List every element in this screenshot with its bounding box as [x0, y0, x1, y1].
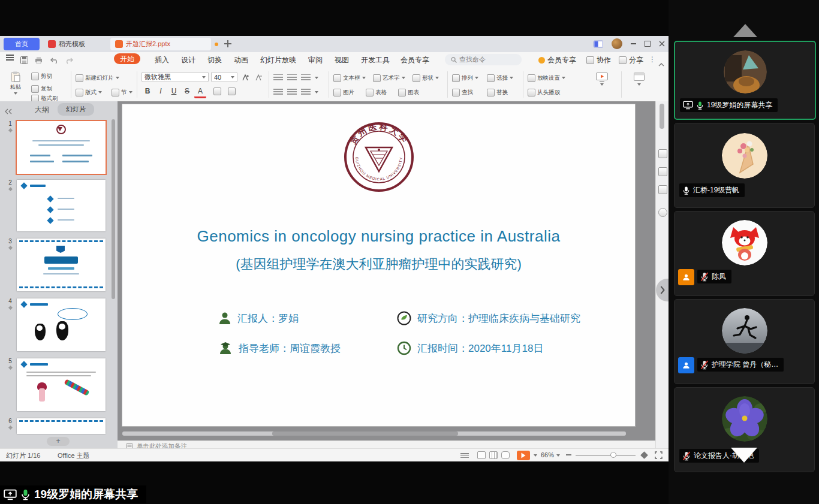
play-slideshow-button[interactable] — [517, 451, 530, 460]
table-button[interactable]: 表格 — [366, 87, 387, 98]
notes-toggle-icon[interactable] — [460, 453, 469, 458]
user-avatar[interactable] — [612, 38, 622, 49]
command-search-input[interactable]: 查找命令 — [445, 54, 522, 65]
find-button[interactable]: 查找 — [452, 87, 473, 98]
collapse-panel-icon[interactable] — [5, 106, 12, 117]
bullet-list-icon[interactable] — [273, 73, 318, 83]
zoom-caret[interactable] — [556, 454, 560, 457]
reading-view-icon[interactable] — [501, 451, 510, 459]
cut-button[interactable]: 剪切 — [31, 71, 52, 82]
select-button[interactable]: 选择 — [487, 73, 513, 83]
menu-review[interactable]: 审阅 — [308, 55, 323, 65]
menu-start[interactable]: 开始 — [114, 54, 140, 64]
replace-button[interactable]: 替换 — [487, 87, 508, 98]
zoom-level[interactable]: 66% — [541, 451, 554, 458]
participant-tile-2[interactable]: 汇桥-19级曹帆 — [674, 123, 815, 208]
help-icon[interactable] — [658, 208, 667, 217]
tab-home[interactable]: 首页 — [4, 38, 40, 50]
next-slide-button[interactable] — [656, 279, 669, 301]
reading-mode-icon[interactable] — [594, 40, 603, 48]
font-name-select[interactable]: 微软雅黑 — [141, 72, 209, 82]
paste-button[interactable]: 粘贴 — [5, 71, 26, 95]
grow-font-icon[interactable] — [240, 72, 252, 83]
section-button[interactable]: 节 — [112, 87, 133, 98]
tab-slides[interactable]: 幻灯片 — [58, 103, 94, 116]
align-buttons[interactable] — [273, 87, 318, 98]
menu-slideshow[interactable]: 幻灯片放映 — [260, 55, 296, 65]
normal-view-icon[interactable] — [477, 451, 486, 459]
new-tab-button[interactable] — [224, 40, 231, 47]
slide-thumbnail-6[interactable] — [17, 418, 106, 434]
slide-sorter-view-icon[interactable] — [489, 451, 498, 459]
text-box-button[interactable]: 文本框 — [333, 73, 366, 83]
layout-button[interactable]: 版式 — [76, 87, 102, 98]
slide-thumbnail-3[interactable] — [17, 239, 106, 291]
bold-button[interactable]: B — [141, 86, 153, 96]
share-button[interactable]: 分享 — [619, 55, 643, 65]
horizontal-scrollbar[interactable] — [122, 431, 626, 436]
menu-transition[interactable]: 切换 — [207, 55, 222, 65]
collaborate-button[interactable]: 协作 — [586, 55, 611, 65]
char-spacing-icon[interactable] — [225, 86, 237, 96]
underline-button[interactable]: U — [168, 86, 180, 96]
italic-button[interactable]: I — [155, 86, 167, 96]
menu-design[interactable]: 设计 — [181, 55, 195, 65]
picture-button[interactable]: 图片 — [333, 87, 354, 98]
member-exclusive-button[interactable]: 会员专享 — [538, 55, 576, 65]
animation-pane-icon[interactable] — [658, 167, 667, 176]
slide-thumbnail-2[interactable] — [17, 180, 106, 231]
fullscreen-icon[interactable] — [655, 451, 663, 460]
tab-file[interactable]: 开题汇报2.pptx — [110, 38, 211, 50]
theme-name[interactable]: Office 主题 — [58, 451, 90, 460]
menu-insert[interactable]: 插入 — [155, 55, 169, 65]
highlight-icon[interactable] — [211, 86, 223, 96]
menu-member[interactable]: 会员专享 — [401, 55, 429, 65]
font-size-select[interactable]: 40 — [211, 72, 237, 82]
zoom-slider-thumb[interactable] — [610, 452, 616, 458]
participant-tile-3[interactable]: 陈凤 — [674, 211, 815, 296]
undo-icon[interactable] — [50, 56, 59, 67]
slide-thumbnail-5[interactable] — [17, 358, 106, 411]
close-button[interactable] — [657, 40, 667, 48]
zoom-out-button[interactable] — [566, 454, 571, 455]
shapes-button[interactable]: 形状 — [412, 73, 439, 83]
new-slide-button[interactable]: 新建幻灯片 — [76, 73, 119, 83]
strike-button[interactable]: S — [181, 86, 193, 96]
tab-docer[interactable]: 稻壳模板 — [43, 38, 107, 50]
participant-tile-1[interactable]: 19级罗娟的屏幕共享 — [674, 41, 816, 120]
scroll-up-button[interactable] — [733, 24, 757, 37]
slideshow-big-button[interactable] — [591, 73, 613, 86]
tools-big-button[interactable] — [628, 73, 650, 86]
play-settings-button[interactable]: 放映设置 — [528, 73, 565, 83]
font-color-button[interactable]: A — [194, 86, 206, 98]
more-menu-icon[interactable]: ⋮ — [649, 55, 656, 64]
panel-scrollbar[interactable] — [112, 119, 115, 299]
properties-icon[interactable] — [658, 149, 667, 158]
redo-icon[interactable] — [65, 56, 73, 67]
play-from-start-button[interactable]: 从头播放 — [528, 87, 560, 98]
zoom-slider-track[interactable] — [576, 455, 636, 456]
participant-tile-4[interactable]: 护理学院 曾丹（秘… — [674, 299, 815, 384]
tab-outline[interactable]: 大纲 — [35, 105, 49, 115]
scroll-down-button[interactable] — [731, 448, 757, 463]
save-icon[interactable] — [20, 56, 28, 67]
restore-button[interactable] — [643, 40, 652, 48]
horizontal-scrollbar-thumb[interactable] — [272, 431, 458, 436]
add-slide-button[interactable]: + — [47, 437, 70, 446]
slide-thumbnail-4[interactable] — [17, 298, 106, 351]
file-menu-icon[interactable] — [6, 57, 14, 58]
slide-thumbnail-1[interactable] — [17, 121, 106, 174]
object-layer-icon[interactable] — [658, 185, 667, 194]
print-icon[interactable] — [35, 56, 43, 67]
menu-animation[interactable]: 动画 — [234, 55, 248, 65]
fit-slide-icon[interactable] — [640, 451, 648, 459]
minimize-button[interactable] — [628, 40, 638, 48]
menu-devtools[interactable]: 开发工具 — [361, 55, 390, 65]
shrink-font-icon[interactable] — [253, 72, 265, 83]
play-options-caret[interactable] — [534, 454, 537, 457]
arrange-button[interactable]: 排列 — [452, 73, 478, 83]
menu-view[interactable]: 视图 — [335, 55, 349, 65]
copy-button[interactable]: 复制 — [31, 83, 52, 94]
word-art-button[interactable]: 艺术字 — [373, 73, 405, 83]
slide-1-editing-surface[interactable]: 贵州医科大学 GUIZHOU MEDICAL UNIVERSITY Genomi… — [122, 104, 636, 427]
